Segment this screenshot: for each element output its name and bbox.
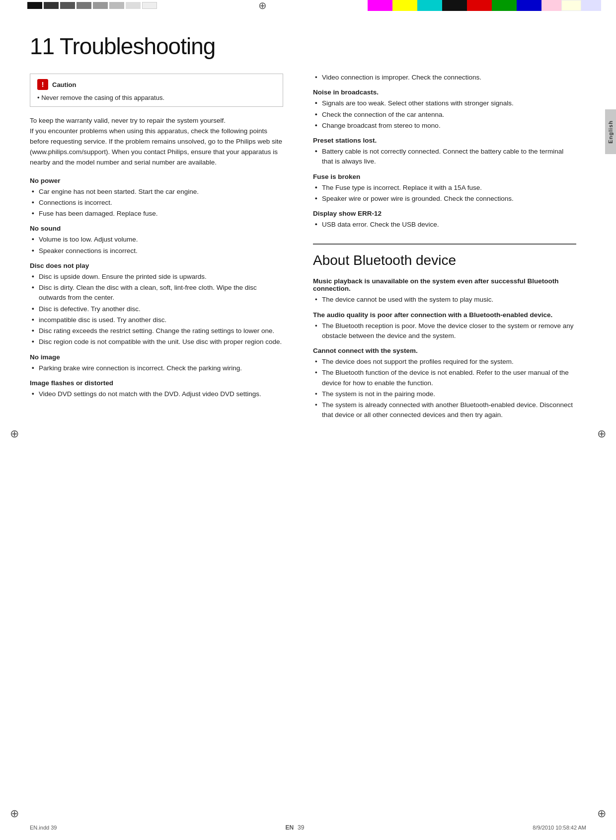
section-fuse: Fuse is broken •The Fuse type is incorre… bbox=[313, 173, 576, 204]
footer-date: 8/9/2010 10:58:42 AM bbox=[533, 825, 586, 831]
list-item: •Disc is upside down. Ensure the printed… bbox=[30, 272, 283, 282]
section-no-image: No image •Parking brake wire connection … bbox=[30, 353, 283, 373]
right-column: •Video connection is improper. Check the… bbox=[298, 33, 576, 423]
list-item: •Check the connection of the car antenna… bbox=[313, 110, 576, 120]
caution-box: ! Caution • Never remove the casing of t… bbox=[30, 74, 283, 107]
footer-page-number: 39 bbox=[298, 824, 304, 831]
intro-paragraph: To keep the warranty valid, never try to… bbox=[30, 116, 283, 168]
section-no-sound: No sound •Volume is too low. Adjust volu… bbox=[30, 225, 283, 256]
bar-cyan bbox=[417, 0, 442, 11]
caution-heading: Caution bbox=[52, 81, 76, 88]
bar-gray bbox=[77, 2, 91, 9]
list-item: •USB data error. Check the USB device. bbox=[313, 220, 576, 230]
footer-file: EN.indd 39 bbox=[30, 825, 57, 831]
heading-fuse: Fuse is broken bbox=[313, 173, 576, 180]
list-err12: •USB data error. Check the USB device. bbox=[313, 220, 576, 230]
list-item: •Parking brake wire connection is incorr… bbox=[30, 363, 283, 373]
list-item: •Disc is dirty. Clean the disc with a cl… bbox=[30, 283, 283, 303]
list-fuse: •The Fuse type is incorrect. Replace it … bbox=[313, 183, 576, 204]
top-color-bars: ⊕ bbox=[0, 0, 616, 11]
language-text: English bbox=[608, 120, 614, 144]
list-item: •The Bluetooth function of the device is… bbox=[313, 368, 576, 388]
footer-page-info: EN 39 bbox=[285, 824, 304, 831]
list-item: •The system is already connected with an… bbox=[313, 400, 576, 420]
list-item: •Signals are too weak. Select other stat… bbox=[313, 98, 576, 108]
list-item: •Video connection is improper. Check the… bbox=[313, 73, 576, 83]
list-item: •Connections is incorrect. bbox=[30, 198, 283, 208]
heading-image-flashes: Image flashes or distorted bbox=[30, 379, 283, 387]
list-video-connection: •Video connection is improper. Check the… bbox=[313, 73, 576, 83]
footer-en-label: EN bbox=[285, 824, 294, 831]
bar-lightyellow bbox=[561, 0, 581, 11]
list-image-flashes: •Video DVD settings do not match with th… bbox=[30, 389, 283, 399]
reg-mark-top: ⊕ bbox=[258, 0, 267, 11]
heading-audio-quality: The audio quality is poor after connecti… bbox=[313, 311, 576, 319]
list-audio-quality: •The Bluetooth reception is poor. Move t… bbox=[313, 321, 576, 341]
bar-red bbox=[467, 0, 492, 11]
list-item: •The system is not in the pairing mode. bbox=[313, 389, 576, 399]
list-item: •Fuse has been damaged. Replace fuse. bbox=[30, 209, 283, 219]
list-item: •Disc rating exceeds the restrict settin… bbox=[30, 326, 283, 336]
bar-black2 bbox=[442, 0, 467, 11]
page-title: 11 Troubleshooting bbox=[30, 33, 283, 60]
list-item: •The device cannot be used with the syst… bbox=[313, 295, 576, 305]
section-preset: Preset stations lost. •Battery cable is … bbox=[313, 137, 576, 167]
list-noise: •Signals are too weak. Select other stat… bbox=[313, 98, 576, 131]
list-item: •Change broadcast from stereo to mono. bbox=[313, 121, 576, 131]
list-no-sound: •Volume is too low. Adjust volume. •Spea… bbox=[30, 235, 283, 256]
section-image-flashes: Image flashes or distorted •Video DVD se… bbox=[30, 379, 283, 399]
list-cannot-connect: •The device does not support the profile… bbox=[313, 357, 576, 420]
side-language-label: English bbox=[605, 109, 616, 154]
bar-blue bbox=[517, 0, 541, 11]
bluetooth-sub-audio: The audio quality is poor after connecti… bbox=[313, 311, 576, 341]
heading-cannot-connect: Cannot connect with the system. bbox=[313, 347, 576, 354]
heading-no-power: No power bbox=[30, 177, 283, 184]
list-music-unavailable: •The device cannot be used with the syst… bbox=[313, 295, 576, 305]
list-item: •Disc is defective. Try another disc. bbox=[30, 304, 283, 314]
bar-magenta bbox=[368, 0, 392, 11]
section-disc-no-play: Disc does not play •Disc is upside down.… bbox=[30, 262, 283, 347]
caution-header: ! Caution bbox=[37, 79, 276, 90]
list-disc-no-play: •Disc is upside down. Ensure the printed… bbox=[30, 272, 283, 347]
list-item: •Volume is too low. Adjust volume. bbox=[30, 235, 283, 245]
section-noise: Noise in broadcasts. •Signals are too we… bbox=[313, 88, 576, 131]
bar-lightpink bbox=[541, 0, 561, 11]
caution-icon: ! bbox=[37, 79, 48, 90]
heading-no-sound: No sound bbox=[30, 225, 283, 232]
list-item: •Battery cable is not correctly connecte… bbox=[313, 147, 576, 167]
bar-nearwhite bbox=[142, 2, 157, 9]
reg-mark-left: ⊕ bbox=[10, 427, 19, 440]
list-item: •incompatible disc is used. Try another … bbox=[30, 315, 283, 325]
bar-lightgray bbox=[109, 2, 124, 9]
heading-disc-no-play: Disc does not play bbox=[30, 262, 283, 269]
heading-preset: Preset stations lost. bbox=[313, 137, 576, 144]
heading-noise: Noise in broadcasts. bbox=[313, 88, 576, 96]
bluetooth-title: About Bluetooth device bbox=[313, 252, 576, 268]
bar-darkgray1 bbox=[44, 2, 59, 9]
heading-no-image: No image bbox=[30, 353, 283, 361]
bar-verylightgray bbox=[126, 2, 141, 9]
list-item: •Speaker wire or power wire is grounded.… bbox=[313, 194, 576, 204]
bar-yellow bbox=[392, 0, 417, 11]
list-item: •Video DVD settings do not match with th… bbox=[30, 389, 283, 399]
list-item: •The Fuse type is incorrect. Replace it … bbox=[313, 183, 576, 193]
list-item: •Disc region code is not compatible with… bbox=[30, 337, 283, 347]
bar-midgray bbox=[93, 2, 108, 9]
left-column: 11 Troubleshooting ! Caution • Never rem… bbox=[30, 33, 298, 423]
heading-err12: Display show ERR-12 bbox=[313, 210, 576, 217]
bar-black bbox=[27, 2, 42, 9]
list-item: •Car engine has not been started. Start … bbox=[30, 187, 283, 197]
section-no-power: No power •Car engine has not been starte… bbox=[30, 177, 283, 219]
list-preset: •Battery cable is not correctly connecte… bbox=[313, 147, 576, 167]
bar-darkgray2 bbox=[60, 2, 75, 9]
list-no-power: •Car engine has not been started. Start … bbox=[30, 187, 283, 219]
section-err12: Display show ERR-12 •USB data error. Che… bbox=[313, 210, 576, 230]
reg-mark-bottom-left: ⊕ bbox=[10, 807, 19, 820]
caution-text: • Never remove the casing of this appara… bbox=[37, 94, 276, 101]
bluetooth-section: About Bluetooth device Music playback is… bbox=[313, 244, 576, 420]
bluetooth-sub-music: Music playback is unavailable on the sys… bbox=[313, 277, 576, 305]
list-no-image: •Parking brake wire connection is incorr… bbox=[30, 363, 283, 373]
list-item: •Speaker connections is incorrect. bbox=[30, 246, 283, 256]
footer: EN.indd 39 EN 39 8/9/2010 10:58:42 AM bbox=[0, 824, 616, 831]
bar-green bbox=[492, 0, 517, 11]
